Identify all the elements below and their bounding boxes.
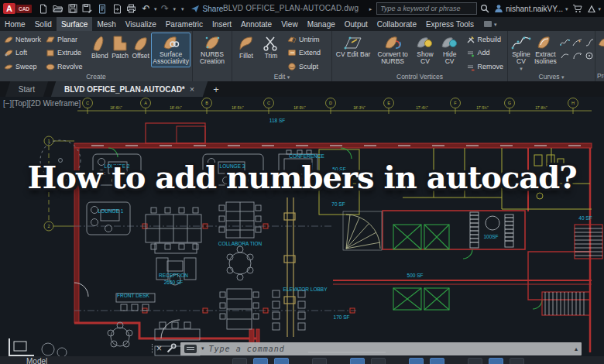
sculpt-button[interactable]: Sculpt: [286, 60, 322, 72]
tab-parametric[interactable]: Parametric: [161, 17, 208, 31]
snap-mode-toggle[interactable]: [253, 358, 268, 364]
tab-home[interactable]: Home: [0, 17, 30, 31]
tab-express-tools[interactable]: Express Tools: [421, 17, 479, 31]
command-prompt-text[interactable]: Type a command: [209, 345, 285, 353]
extend-button[interactable]: Extend: [286, 47, 322, 59]
model-space-label[interactable]: Model: [26, 357, 47, 364]
redo-button[interactable]: ↷: [159, 2, 172, 15]
recent-commands-caret-icon[interactable]: ▾: [201, 345, 204, 352]
annotation-scale-toggle[interactable]: [468, 358, 482, 364]
share-button[interactable]: Share: [190, 5, 224, 13]
autocad-logo[interactable]: A CAD: [3, 3, 32, 14]
tab-insert[interactable]: Insert: [208, 17, 236, 31]
offset-button[interactable]: Offset: [131, 33, 150, 60]
viewport-visual-style-control[interactable]: [2D Wireframe]: [29, 99, 81, 108]
remove-cv-button[interactable]: Remove: [465, 60, 506, 72]
tab-annotate[interactable]: Annotate: [236, 17, 276, 31]
search-expand-icon[interactable]: ▸: [369, 6, 372, 12]
network-button[interactable]: Network: [2, 33, 43, 45]
recent-commands-icon[interactable]: [184, 345, 197, 353]
curve-pencil-button[interactable]: [571, 36, 583, 49]
workspace-toggle[interactable]: [489, 358, 503, 364]
nurbs-creation-button[interactable]: NURBS Creation: [195, 33, 229, 67]
fillet-button[interactable]: Fillet: [235, 33, 258, 60]
arc-button[interactable]: [571, 50, 583, 62]
new-tab-button[interactable]: +: [213, 81, 219, 97]
tab-output[interactable]: Output: [340, 17, 372, 31]
loft-label: Loft: [15, 49, 27, 57]
trim-button[interactable]: Trim: [259, 33, 283, 60]
close-tab-icon[interactable]: ×: [190, 84, 194, 94]
file-tab-drawing[interactable]: BLVD OFFICE_PLAN-AUTOCAD* ×: [51, 81, 208, 97]
tab-surface[interactable]: Surface: [57, 17, 92, 31]
viewport-collapse-control[interactable]: [−]: [3, 99, 12, 108]
polar-tracking-toggle[interactable]: [312, 358, 327, 364]
show-cv-button[interactable]: Show CV: [414, 33, 437, 67]
search-input[interactable]: [377, 5, 476, 12]
redo-caret-icon[interactable]: ▾: [173, 6, 177, 12]
grid-display-toggle[interactable]: [232, 358, 247, 364]
extract-isolines-button[interactable]: Extract Isolines: [534, 33, 558, 67]
object-snap-toggle[interactable]: [350, 358, 365, 364]
svg-text:G: G: [508, 101, 511, 105]
dynamic-input-toggle[interactable]: [409, 358, 424, 364]
object-snap-tracking-toggle[interactable]: [430, 358, 444, 364]
convert-to-nurbs-button[interactable]: Convert to NURBS: [373, 33, 412, 67]
command-input-bar[interactable]: ▾ Type a command ▴: [180, 342, 582, 355]
command-close-icon[interactable]: ×: [156, 344, 162, 353]
circle-tool-button[interactable]: [584, 50, 595, 62]
planar-button[interactable]: Planar: [44, 33, 84, 45]
plot-button[interactable]: [95, 2, 108, 15]
customize-wrench-icon[interactable]: [166, 343, 177, 354]
blend-button[interactable]: Blend: [91, 33, 109, 60]
panel-label-create[interactable]: Create: [0, 72, 192, 81]
apps-menu[interactable]: ▾: [587, 5, 601, 13]
loft-button[interactable]: Loft: [2, 47, 43, 59]
viewport-view-control[interactable]: [Top]: [12, 99, 29, 108]
panel-label-curves[interactable]: Curves ▾: [508, 72, 595, 81]
ribbon-display-button[interactable]: ▾: [479, 17, 503, 31]
tab-visualize[interactable]: Visualize: [121, 17, 161, 31]
save-as-button[interactable]: [81, 2, 94, 15]
revolve-button[interactable]: Revolve: [44, 60, 84, 72]
file-tab-start[interactable]: Start: [5, 81, 49, 97]
isolate-objects-toggle[interactable]: [510, 358, 524, 364]
wave-curve-button[interactable]: [559, 36, 571, 49]
tab-solid[interactable]: Solid: [30, 17, 57, 31]
cart-icon[interactable]: [572, 4, 582, 13]
untrim-button[interactable]: Untrim: [286, 33, 322, 45]
command-line-grip[interactable]: [152, 344, 153, 353]
undo-caret-icon[interactable]: ▾: [154, 6, 157, 12]
ortho-mode-toggle[interactable]: [274, 358, 289, 364]
nurbs-creation-label: NURBS Creation: [200, 51, 225, 66]
tab-manage[interactable]: Manage: [303, 17, 340, 31]
s-curve-button[interactable]: [584, 36, 595, 49]
rebuild-button[interactable]: Rebuild: [465, 33, 506, 45]
hide-cv-button[interactable]: Hide CV: [438, 33, 462, 67]
cv-edit-bar-button[interactable]: CV Edit Bar: [335, 33, 372, 59]
sweep-button[interactable]: Sweep: [2, 60, 43, 72]
surface-associativity-button[interactable]: Surface Associativity: [152, 33, 190, 67]
add-cv-button[interactable]: Add: [465, 47, 506, 59]
spline-cv-button[interactable]: Spline CV▾: [510, 33, 532, 72]
open-button[interactable]: [51, 2, 64, 15]
export-button[interactable]: [110, 2, 123, 15]
drawing-canvas[interactable]: [−] [Top] [2D Wireframe] C: [0, 97, 604, 356]
floor-plan: C A B C D E F G H 1 2 18'-6¼" 18'-4¾" 18…: [0, 97, 604, 356]
customize-qat-caret-icon[interactable]: ▾: [181, 6, 184, 12]
search-icon[interactable]: [480, 4, 489, 13]
extrude-button[interactable]: Extrude: [44, 47, 84, 59]
tab-collaborate[interactable]: Collaborate: [372, 17, 421, 31]
new-file-button[interactable]: [36, 2, 50, 15]
patch-button[interactable]: Patch: [111, 33, 129, 60]
tab-mesh[interactable]: Mesh: [92, 17, 120, 31]
undo-button[interactable]: ↶: [139, 2, 153, 15]
command-expand-icon[interactable]: ▴: [575, 345, 578, 352]
print-button[interactable]: [125, 2, 138, 15]
save-button[interactable]: [66, 2, 79, 15]
short-curve-button[interactable]: [559, 50, 571, 62]
panel-label-edit[interactable]: Edit ▾: [232, 72, 331, 81]
tab-view[interactable]: View: [276, 17, 303, 31]
user-account[interactable]: nishant.naikVY... ▾: [494, 4, 568, 13]
lineweight-toggle[interactable]: [371, 358, 386, 364]
